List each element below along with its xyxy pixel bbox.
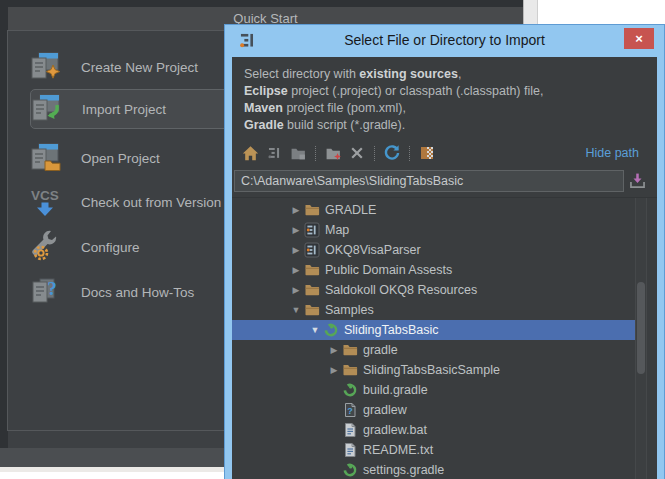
tree-item-label: Saldokoll OKQ8 Resources [325,283,477,297]
tree-item-label: OKQ8VisaParser [325,243,421,257]
hide-path-link[interactable]: Hide path [585,146,639,160]
folder-icon [304,302,320,318]
svg-text:?: ? [47,278,57,299]
folder-icon [304,262,320,278]
welcome-item-label: Open Project [81,139,160,179]
gradle-icon [342,462,358,478]
tree-item-label: SlidingTabsBasic [344,323,439,337]
gradle-icon [342,382,358,398]
tree-item-public-domain-assests[interactable]: ▶Public Domain Assests [232,260,643,280]
chevron-collapsed-icon[interactable]: ▶ [326,340,342,360]
chevron-expanded-icon[interactable]: ▼ [307,320,323,340]
tree-item-gradle[interactable]: ▶GRADLE [232,200,643,220]
tree-item-label: Samples [325,303,374,317]
dialog-content: Select directory with existing sources,E… [232,57,657,479]
toolbar-separator [374,146,375,161]
tree-item-label: Map [325,223,349,237]
chevron-collapsed-icon[interactable]: ▶ [288,220,304,240]
file-chooser-toolbar: Hide path [238,140,651,166]
tree-item-gradlew-bat[interactable]: gradlew.bat [232,420,643,440]
folder-icon [342,342,358,358]
new-project-icon [28,50,62,84]
show-hidden-files-icon[interactable] [417,143,437,163]
tree-item-saldokoll-okq8-resources[interactable]: ▶Saldokoll OKQ8 Resources [232,280,643,300]
welcome-item-label: Import Project [82,90,166,130]
folder-icon [304,282,320,298]
tree-scrollbar-thumb[interactable] [637,282,645,374]
idea-project-icon [304,222,320,238]
welcome-item-label: Create New Project [81,48,198,88]
vcs-checkout-icon: VCS [28,185,62,219]
tree-item-map[interactable]: ▶Map [232,220,643,240]
tree-item-slidingtabsbasic[interactable]: ▼SlidingTabsBasic [232,320,643,340]
file-tree: ▶GRADLE▶Map▶OKQ8VisaParser▶Public Domain… [232,197,657,479]
tree-item-label: GRADLE [325,203,376,217]
svg-text:VCS: VCS [31,188,59,203]
tree-item-label: Public Domain Assests [325,263,452,277]
toolbar-separator [315,146,316,161]
tree-item-build-gradle[interactable]: build.gradle [232,380,643,400]
tree-item-label: gradlew.bat [363,423,427,437]
dialog-title: Select File or Directory to Import [225,25,664,56]
tree-item-gradle[interactable]: ▶gradle [232,340,643,360]
tree-item-label: gradle [363,343,398,357]
description-line: Maven project file (pom.xml), [244,100,645,117]
tree-scrollbar[interactable] [635,198,647,479]
chevron-collapsed-icon[interactable]: ▶ [288,280,304,300]
chevron-expanded-icon[interactable]: ▼ [288,300,304,320]
svg-text:?: ? [347,406,353,416]
chevron-collapsed-icon[interactable]: ▶ [288,260,304,280]
tree-item-label: settings.gradle [363,463,444,477]
welcome-item-import-project[interactable]: Import Project [30,89,235,129]
tree-item-samples[interactable]: ▼Samples [232,300,643,320]
chevron-collapsed-icon[interactable]: ▶ [326,360,342,380]
description-line: Eclipse project (.project) or classpath … [244,83,645,100]
delete-icon[interactable] [347,143,367,163]
text-file-icon [342,442,358,458]
welcome-item-label: Docs and How-Tos [81,273,194,313]
path-row [234,168,653,194]
tree-item-label: SlidingTabsBasicSample [363,363,500,377]
new-folder-icon[interactable] [323,143,343,163]
chevron-collapsed-icon[interactable]: ▶ [288,240,304,260]
text-file-icon [342,422,358,438]
configure-icon [28,230,62,264]
description-line: Gradle build script (*.gradle). [244,117,645,134]
project-directory-icon[interactable] [264,143,284,163]
dialog-description: Select directory with existing sources,E… [232,57,657,134]
paste-path-icon[interactable] [627,171,647,191]
path-input[interactable] [234,170,624,192]
tree-item-gradlew[interactable]: ?gradlew [232,400,643,420]
folder-icon [342,362,358,378]
gradle-icon [323,322,339,338]
toolbar-separator [409,146,410,161]
desktop-window-edge [523,0,538,26]
chevron-collapsed-icon[interactable]: ▶ [288,200,304,220]
unknown-file-icon: ? [342,402,358,418]
close-button[interactable]: × [624,28,654,49]
tree-item-settings-gradle[interactable]: settings.gradle [232,460,643,479]
dialog-titlebar[interactable]: Select File or Directory to Import × [225,25,664,57]
welcome-item-label: Configure [81,228,140,268]
tree-item-readme-txt[interactable]: README.txt [232,440,643,460]
tree-item-label: README.txt [363,443,433,457]
docs-icon: ? [28,275,62,309]
import-dialog: Select File or Directory to Import × Sel… [224,24,665,479]
description-line: Select directory with existing sources, [244,66,645,83]
open-project-icon [28,141,62,175]
tree-item-label: build.gradle [363,383,428,397]
idea-project-icon [304,242,320,258]
tree-item-slidingtabsbasicsample[interactable]: ▶SlidingTabsBasicSample [232,360,643,380]
import-project-icon [29,92,63,126]
module-directory-icon[interactable] [288,143,308,163]
tree-item-label: gradlew [363,403,407,417]
refresh-icon[interactable] [382,143,402,163]
home-directory-icon[interactable] [240,143,260,163]
folder-icon [304,202,320,218]
tree-item-okq8visaparser[interactable]: ▶OKQ8VisaParser [232,240,643,260]
